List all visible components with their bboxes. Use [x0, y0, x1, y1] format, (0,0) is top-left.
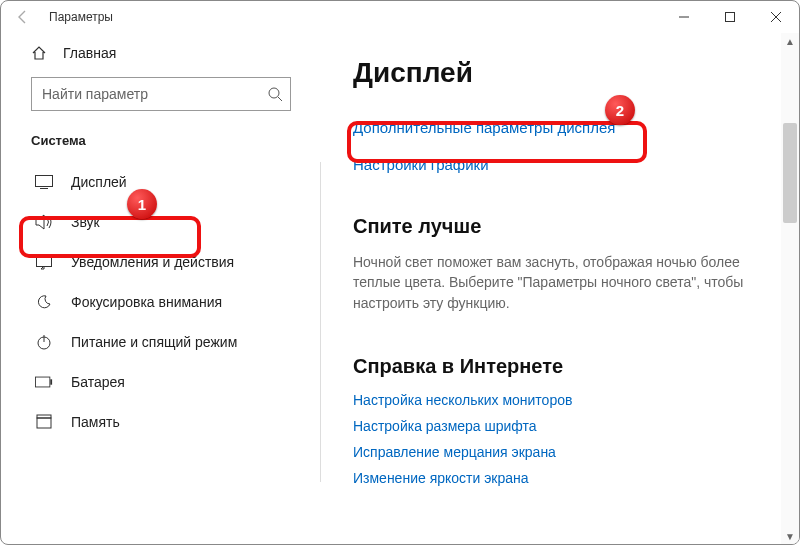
home-label: Главная	[63, 45, 116, 61]
close-button[interactable]	[753, 1, 799, 33]
notifications-icon	[35, 254, 53, 270]
svg-rect-11	[37, 418, 51, 428]
sound-icon	[35, 214, 53, 230]
back-button[interactable]	[9, 3, 37, 31]
help-link-multi-monitor[interactable]: Настройка нескольких мониторов	[353, 392, 757, 408]
nav-list: Дисплей Звук Уведомления и действия Фоку…	[1, 162, 321, 482]
svg-rect-6	[37, 255, 52, 267]
sidebar-item-label: Батарея	[71, 374, 125, 390]
scroll-down-icon[interactable]: ▼	[781, 528, 799, 544]
svg-rect-1	[726, 13, 735, 22]
scroll-thumb[interactable]	[783, 123, 797, 223]
search-input[interactable]	[31, 77, 291, 111]
page-title: Дисплей	[353, 57, 757, 89]
sidebar: Главная Система Дисплей Звук	[1, 33, 321, 544]
home-link[interactable]: Главная	[1, 33, 321, 73]
scrollbar[interactable]: ▲ ▼	[781, 33, 799, 544]
settings-window: Параметры Главная Система	[0, 0, 800, 545]
help-link-font-size[interactable]: Настройка размера шрифта	[353, 418, 757, 434]
sidebar-item-label: Питание и спящий режим	[71, 334, 237, 350]
battery-icon	[35, 376, 53, 388]
sidebar-item-label: Дисплей	[71, 174, 127, 190]
sidebar-item-label: Уведомления и действия	[71, 254, 234, 270]
main-area: Дисплей Дополнительные параметры дисплея…	[321, 33, 799, 544]
sidebar-item-focus[interactable]: Фокусировка внимания	[1, 282, 320, 322]
display-icon	[35, 175, 53, 189]
storage-icon	[35, 414, 53, 430]
sidebar-item-label: Память	[71, 414, 120, 430]
help-link-flicker[interactable]: Исправление мерцания экрана	[353, 444, 757, 460]
search-wrap	[31, 77, 291, 111]
content: Дисплей Дополнительные параметры дисплея…	[321, 33, 781, 544]
window-title: Параметры	[49, 10, 113, 24]
svg-rect-4	[36, 176, 53, 187]
sidebar-item-power[interactable]: Питание и спящий режим	[1, 322, 320, 362]
svg-rect-10	[50, 379, 52, 384]
svg-rect-9	[35, 377, 49, 387]
power-icon	[35, 334, 53, 350]
advanced-display-settings-link[interactable]: Дополнительные параметры дисплея	[353, 119, 757, 136]
graphics-settings-link[interactable]: Настройки графики	[353, 156, 757, 173]
svg-point-2	[269, 88, 279, 98]
section-label: Система	[1, 123, 321, 162]
sidebar-item-storage[interactable]: Память	[1, 402, 320, 442]
sidebar-item-label: Звук	[71, 214, 100, 230]
sidebar-item-notifications[interactable]: Уведомления и действия	[1, 242, 320, 282]
svg-line-3	[278, 97, 282, 101]
maximize-button[interactable]	[707, 1, 753, 33]
sleep-better-heading: Спите лучше	[353, 215, 757, 238]
titlebar: Параметры	[1, 1, 799, 33]
sidebar-item-label: Фокусировка внимания	[71, 294, 222, 310]
home-icon	[31, 45, 47, 61]
sidebar-item-sound[interactable]: Звук	[1, 202, 320, 242]
help-links: Настройка нескольких мониторов Настройка…	[353, 392, 757, 486]
svg-rect-12	[37, 415, 51, 418]
sleep-better-description: Ночной свет поможет вам заснуть, отображ…	[353, 252, 753, 313]
minimize-button[interactable]	[661, 1, 707, 33]
search-icon	[267, 86, 283, 102]
scroll-up-icon[interactable]: ▲	[781, 33, 799, 49]
sidebar-item-battery[interactable]: Батарея	[1, 362, 320, 402]
focus-icon	[35, 294, 53, 310]
window-controls	[661, 1, 799, 33]
help-link-brightness[interactable]: Изменение яркости экрана	[353, 470, 757, 486]
sidebar-item-display[interactable]: Дисплей	[1, 162, 320, 202]
help-heading: Справка в Интернете	[353, 355, 757, 378]
